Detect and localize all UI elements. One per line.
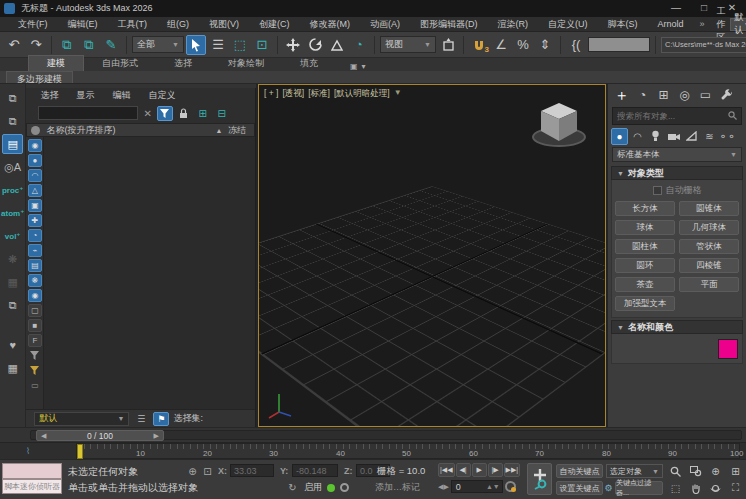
se-menu-display[interactable]: 显示 [76,89,94,102]
menu-create[interactable]: 创建(C) [249,18,300,31]
zoom-icon[interactable] [666,463,685,479]
redo-icon[interactable]: ↷ [26,35,46,55]
filter-off-1-icon[interactable]: ▢ [28,304,42,317]
selection-lock-icon[interactable]: ⊡ [201,465,214,478]
spinner-icon[interactable]: ▲▼ [486,483,502,490]
window-crossing-icon[interactable]: ⊡ [252,35,272,55]
filter-helpers-icon[interactable]: ✚ [28,214,42,227]
box-button[interactable]: 长方体 [615,201,675,216]
tube-button[interactable]: 管状体 [679,239,739,254]
vol-plus-icon[interactable]: vol⁺ [2,226,23,246]
menu-arnold[interactable]: Arnold [648,19,694,29]
tab-object-paint[interactable]: 对象绘制 [210,56,282,71]
expand-tree-icon[interactable]: ⊞ [195,106,211,121]
geometry-category-icon[interactable]: ● [611,128,628,145]
text-plus-button[interactable]: 加强型文本 [615,296,675,311]
x-coordinate-field[interactable]: 33.03 [230,464,274,477]
menu-file[interactable]: 文件(F) [8,18,58,31]
perspective-viewport[interactable]: [ + ] [透视] [标准] [默认明暗处理] ▼ [258,84,606,427]
shapes-category-icon[interactable]: ◠ [629,128,646,145]
zoom-all-icon[interactable] [686,463,705,479]
systems-category-icon[interactable]: ⚬⚬ [719,128,736,145]
add-time-tag[interactable]: 添加…标记 [375,481,420,494]
bind-to-space-warp-icon[interactable]: ✎ [101,35,121,55]
previous-frame-button[interactable]: ◀| [456,463,471,477]
set-keys-big-button[interactable] [527,463,552,495]
pyramid-button[interactable]: 四棱锥 [679,258,739,273]
se-menu-select[interactable]: 选择 [40,89,58,102]
undo-icon[interactable]: ↶ [4,35,24,55]
layer-explorer-icon[interactable]: ⧉ [2,111,23,131]
menu-rendering[interactable]: 渲染(R) [488,18,539,31]
motion-tab-icon[interactable]: ◎ [675,86,694,104]
filter-visibility-icon[interactable]: ◉ [28,289,42,302]
list-options-icon[interactable]: ☰ [133,412,149,426]
filter-lights-icon[interactable]: △ [28,184,42,197]
atom-plus-icon[interactable]: atom⁺ [2,203,23,223]
menu-tools[interactable]: 工具(T) [108,18,158,31]
next-frame-icon[interactable]: ▶ [154,432,159,440]
menu-customize[interactable]: 自定义(U) [538,18,598,31]
geosphere-button[interactable]: 几何球体 [679,220,739,235]
ribbon-display-icon[interactable]: ▣ [350,62,358,71]
go-to-start-button[interactable]: |◀◀ [438,463,455,477]
selection-set-dropdown[interactable]: 默认 ▼ [34,412,129,426]
object-type-rollout-header[interactable]: ▼ 对象类型 [611,166,743,180]
chevron-down-icon[interactable]: ▾ [362,62,366,71]
primitive-category-dropdown[interactable]: 标准基本体 ▼ [612,147,742,162]
menu-scripting[interactable]: 脚本(S) [598,18,648,31]
filter-off-3-icon[interactable]: F [28,334,42,347]
rectangular-selection-region-icon[interactable]: ⬚ [230,35,250,55]
name-column-header[interactable]: 名称(按升序排序) [46,124,115,137]
cylinder-button[interactable]: 圆柱体 [615,239,675,254]
object-search-input[interactable] [617,111,728,121]
proc-plus-icon[interactable]: proc⁺ [2,180,23,200]
workspace-dropdown[interactable]: 默认 ▼ [730,18,746,31]
frame-nudge-icon[interactable]: ◀▶ [438,483,449,491]
track-bar-ruler[interactable]: 10 20 30 40 50 60 70 80 90 100 [76,443,740,459]
stacked-panels-icon[interactable]: ⧉ [2,295,23,315]
viewport-menu-renderer[interactable]: [标准] [308,88,330,100]
collapse-tree-icon[interactable]: ⊟ [214,106,230,121]
maxscript-macro-recorder[interactable] [2,463,62,479]
modify-tab-icon[interactable]: ◔ [633,86,652,104]
tab-freeform[interactable]: 自由形式 [84,56,156,71]
selected-filter-dropdown[interactable]: 选定对象 ▼ [606,464,663,478]
snap-toggle-3d-icon[interactable]: 3 [469,35,489,55]
next-frame-button[interactable]: |▶ [488,463,503,477]
orbit-icon[interactable] [706,480,725,496]
teapot-button[interactable]: 茶壶 [615,277,675,292]
zoom-extents-all-icon[interactable]: ⊞ [726,463,745,479]
select-by-name-icon[interactable]: ☰ [208,35,228,55]
panel-polygon-modeling[interactable]: 多边形建模 [6,71,73,83]
se-menu-customize[interactable]: 自定义 [148,89,175,102]
previous-frame-icon[interactable]: ◀ [41,432,46,440]
torus-button[interactable]: 圆环 [615,258,675,273]
y-coordinate-field[interactable]: -80.148 [292,464,338,477]
go-to-end-button[interactable]: ▶▶| [504,463,521,477]
key-mode-toggle-icon[interactable] [505,481,516,492]
pin-a-icon[interactable]: ◎A [2,157,23,177]
selection-filter-dropdown[interactable]: 全部 ▼ [132,36,184,53]
frozen-column-header[interactable]: 冻结 [228,125,246,135]
menu-overflow-chevron[interactable]: » [694,19,711,29]
scene-explorer-search-input[interactable] [38,106,138,120]
autogrid-checkbox[interactable] [653,186,662,195]
mini-curve-editor-icon[interactable]: ⌇ [26,446,30,456]
pan-hand-icon[interactable] [686,480,705,496]
select-and-place-icon[interactable]: ◔ [349,35,369,55]
tab-populate[interactable]: 填充 [282,56,336,71]
maximize-viewport-icon[interactable]: ⛶ [726,480,745,496]
mini-panel-icon[interactable]: ▦ [2,358,23,378]
name-color-rollout-header[interactable]: ▼ 名称和颜色 [611,320,743,334]
maxscript-mini-listener[interactable]: 脚本迷你侦听器 [2,479,62,494]
current-frame-marker[interactable] [77,444,83,459]
select-and-scale-icon[interactable] [327,35,347,55]
cone-button[interactable]: 圆锥体 [679,201,739,216]
filter-shapes-icon[interactable]: ◠ [28,169,42,182]
spinner-snap-icon[interactable]: ⇕ [535,35,555,55]
select-object-icon[interactable] [186,35,206,55]
key-filters-button[interactable]: 关键点过滤器... [615,481,663,495]
minimize-button[interactable]: — [662,0,690,17]
funnel-edit-icon[interactable] [28,364,42,377]
